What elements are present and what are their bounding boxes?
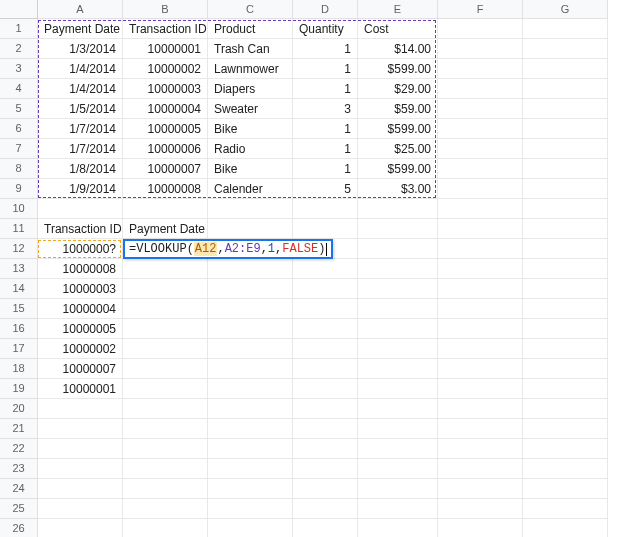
cell-E20[interactable] — [358, 399, 438, 419]
cell-C17[interactable] — [208, 339, 293, 359]
cell-B7[interactable]: 10000006 — [123, 139, 208, 159]
cell-D19[interactable] — [293, 379, 358, 399]
cell-D16[interactable] — [293, 319, 358, 339]
cell-G4[interactable] — [523, 79, 608, 99]
cell-D8[interactable]: 1 — [293, 159, 358, 179]
cell-B25[interactable] — [123, 499, 208, 519]
cell-E18[interactable] — [358, 359, 438, 379]
cell-E1[interactable]: Cost — [358, 19, 438, 39]
cell-G21[interactable] — [523, 419, 608, 439]
cell-G11[interactable] — [523, 219, 608, 239]
cell-D10[interactable] — [293, 199, 358, 219]
cell-E9[interactable]: $3.00 — [358, 179, 438, 199]
cell-A23[interactable] — [38, 459, 123, 479]
cell-D7[interactable]: 1 — [293, 139, 358, 159]
cell-G13[interactable] — [523, 259, 608, 279]
cell-D14[interactable] — [293, 279, 358, 299]
cell-B1[interactable]: Transaction ID — [123, 19, 208, 39]
cell-B17[interactable] — [123, 339, 208, 359]
cell-E8[interactable]: $599.00 — [358, 159, 438, 179]
row-header-10[interactable]: 10 — [0, 199, 38, 219]
cell-A6[interactable]: 1/7/2014 — [38, 119, 123, 139]
row-header-18[interactable]: 18 — [0, 359, 38, 379]
cell-A4[interactable]: 1/4/2014 — [38, 79, 123, 99]
cell-D4[interactable]: 1 — [293, 79, 358, 99]
cell-B4[interactable]: 10000003 — [123, 79, 208, 99]
cell-B16[interactable] — [123, 319, 208, 339]
cell-F22[interactable] — [438, 439, 523, 459]
cell-C21[interactable] — [208, 419, 293, 439]
row-header-26[interactable]: 26 — [0, 519, 38, 537]
row-header-2[interactable]: 2 — [0, 39, 38, 59]
cell-C26[interactable] — [208, 519, 293, 537]
row-header-12[interactable]: 12 — [0, 239, 38, 259]
cell-C19[interactable] — [208, 379, 293, 399]
cell-E2[interactable]: $14.00 — [358, 39, 438, 59]
cell-F2[interactable] — [438, 39, 523, 59]
select-all-corner[interactable] — [0, 0, 38, 19]
cell-C18[interactable] — [208, 359, 293, 379]
cell-C1[interactable]: Product — [208, 19, 293, 39]
row-header-9[interactable]: 9 — [0, 179, 38, 199]
row-header-5[interactable]: 5 — [0, 99, 38, 119]
col-header-C[interactable]: C — [208, 0, 293, 19]
cell-D17[interactable] — [293, 339, 358, 359]
cell-F20[interactable] — [438, 399, 523, 419]
row-header-4[interactable]: 4 — [0, 79, 38, 99]
cell-F8[interactable] — [438, 159, 523, 179]
cell-A19[interactable]: 10000001 — [38, 379, 123, 399]
cell-E4[interactable]: $29.00 — [358, 79, 438, 99]
row-header-3[interactable]: 3 — [0, 59, 38, 79]
cell-A26[interactable] — [38, 519, 123, 537]
cell-A16[interactable]: 10000005 — [38, 319, 123, 339]
cell-E13[interactable] — [358, 259, 438, 279]
cell-F21[interactable] — [438, 419, 523, 439]
cell-B18[interactable] — [123, 359, 208, 379]
cell-G9[interactable] — [523, 179, 608, 199]
cell-F14[interactable] — [438, 279, 523, 299]
cell-G1[interactable] — [523, 19, 608, 39]
cell-D18[interactable] — [293, 359, 358, 379]
cell-B26[interactable] — [123, 519, 208, 537]
cell-A15[interactable]: 10000004 — [38, 299, 123, 319]
cell-E15[interactable] — [358, 299, 438, 319]
cell-A5[interactable]: 1/5/2014 — [38, 99, 123, 119]
cell-A7[interactable]: 1/7/2014 — [38, 139, 123, 159]
cell-C16[interactable] — [208, 319, 293, 339]
cell-C9[interactable]: Calender — [208, 179, 293, 199]
cell-A1[interactable]: Payment Date — [38, 19, 123, 39]
cell-F12[interactable] — [438, 239, 523, 259]
cell-A10[interactable] — [38, 199, 123, 219]
cell-F9[interactable] — [438, 179, 523, 199]
cell-A2[interactable]: 1/3/2014 — [38, 39, 123, 59]
row-header-23[interactable]: 23 — [0, 459, 38, 479]
cell-E24[interactable] — [358, 479, 438, 499]
cell-E5[interactable]: $59.00 — [358, 99, 438, 119]
cell-B14[interactable] — [123, 279, 208, 299]
cell-A8[interactable]: 1/8/2014 — [38, 159, 123, 179]
row-header-21[interactable]: 21 — [0, 419, 38, 439]
cell-B2[interactable]: 10000001 — [123, 39, 208, 59]
cell-C2[interactable]: Trash Can — [208, 39, 293, 59]
cell-D5[interactable]: 3 — [293, 99, 358, 119]
cell-E26[interactable] — [358, 519, 438, 537]
cell-G19[interactable] — [523, 379, 608, 399]
col-header-A[interactable]: A — [38, 0, 123, 19]
cell-B20[interactable] — [123, 399, 208, 419]
row-header-14[interactable]: 14 — [0, 279, 38, 299]
cell-G26[interactable] — [523, 519, 608, 537]
cell-G16[interactable] — [523, 319, 608, 339]
cell-C20[interactable] — [208, 399, 293, 419]
cell-E21[interactable] — [358, 419, 438, 439]
cell-F10[interactable] — [438, 199, 523, 219]
cell-A9[interactable]: 1/9/2014 — [38, 179, 123, 199]
cell-F11[interactable] — [438, 219, 523, 239]
row-header-19[interactable]: 19 — [0, 379, 38, 399]
cell-C11[interactable] — [208, 219, 293, 239]
cell-B13[interactable] — [123, 259, 208, 279]
cell-F24[interactable] — [438, 479, 523, 499]
cell-F5[interactable] — [438, 99, 523, 119]
row-header-13[interactable]: 13 — [0, 259, 38, 279]
cell-C5[interactable]: Sweater — [208, 99, 293, 119]
row-header-24[interactable]: 24 — [0, 479, 38, 499]
